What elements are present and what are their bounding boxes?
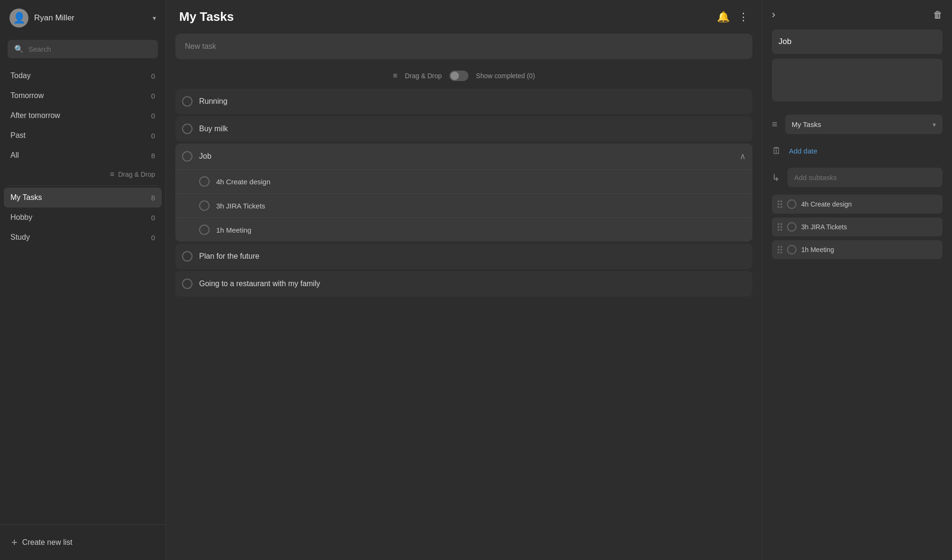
nav-item-label: After tomorrow <box>10 111 60 120</box>
list-detail-row: ≡ My Tasks ▾ <box>762 109 952 140</box>
task-title-field[interactable] <box>772 29 943 54</box>
nav-item-label: All <box>10 151 19 160</box>
sidebar-item-my-tasks[interactable]: My Tasks 8 <box>4 188 162 208</box>
sidebar-item-hobby[interactable]: Hobby 0 <box>4 208 162 227</box>
subtask-item-meeting[interactable]: 1h Meeting <box>175 217 752 242</box>
subtask-circle[interactable] <box>787 245 796 254</box>
subtask-label: 4h Create design <box>216 178 270 186</box>
drag-handle[interactable] <box>778 200 782 208</box>
list-item-label: Study <box>10 233 30 242</box>
nav-list: Today 0 Tomorrow 0 After tomorrow 0 Past… <box>0 66 165 165</box>
show-completed-toggle[interactable] <box>449 71 468 81</box>
task-group-job: Job ∧ 4h Create design 3h JIRA Tickets 1… <box>175 144 752 242</box>
bell-icon[interactable]: 🔔 <box>717 11 730 23</box>
task-item-plan-future[interactable]: Plan for the future <box>175 244 752 269</box>
subtask-label: 3h JIRA Tickets <box>216 202 265 210</box>
drag-handle[interactable] <box>778 223 782 231</box>
subtask-circle[interactable] <box>199 225 210 235</box>
user-info[interactable]: 👤 Ryan Miller <box>9 9 74 27</box>
header-icons: 🔔 ⋮ <box>717 11 749 23</box>
calendar-icon: 🗓 <box>772 145 781 156</box>
task-label: Going to a restaurant with my family <box>199 280 320 288</box>
toggle-knob <box>450 72 459 80</box>
task-item-running[interactable]: Running <box>175 89 752 114</box>
subtasks-detail-row: ↳ <box>762 162 952 193</box>
subtask-item-jira[interactable]: 3h JIRA Tickets <box>175 193 752 217</box>
task-circle[interactable] <box>182 96 192 107</box>
subtask-row-jira: 3h JIRA Tickets <box>772 217 943 236</box>
nav-badge-after-tomorrow: 0 <box>151 112 155 120</box>
sidebar-item-after-tomorrow[interactable]: After tomorrow 0 <box>4 106 162 126</box>
subtask-row-create-design: 4h Create design <box>772 195 943 214</box>
sidebar-item-all[interactable]: All 8 <box>4 145 162 165</box>
task-circle[interactable] <box>182 251 192 262</box>
list-item-label: Hobby <box>10 213 32 222</box>
subtask-row-meeting: 1h Meeting <box>772 240 943 259</box>
drag-handle[interactable] <box>778 246 782 253</box>
chevron-right-icon[interactable]: › <box>772 9 775 21</box>
list-selector[interactable]: My Tasks ▾ <box>785 115 943 134</box>
username: Ryan Miller <box>34 13 74 23</box>
task-notes-field[interactable] <box>772 59 943 101</box>
nav-badge-tomorrow: 0 <box>151 92 155 100</box>
right-panel-header: › 🗑 <box>762 0 952 29</box>
task-item-restaurant[interactable]: Going to a restaurant with my family <box>175 271 752 297</box>
more-icon[interactable]: ⋮ <box>738 11 749 23</box>
subtask-text: 3h JIRA Tickets <box>801 223 847 231</box>
task-circle[interactable] <box>182 279 192 289</box>
subtask-circle[interactable] <box>787 199 796 209</box>
create-list-button[interactable]: + Create new list <box>9 533 156 552</box>
date-detail-row: 🗓 Add date <box>762 140 952 162</box>
dropdown-icon: ▾ <box>933 121 936 128</box>
search-bar[interactable]: 🔍 <box>8 40 158 58</box>
task-label: Buy milk <box>199 125 228 133</box>
task-item-buy-milk[interactable]: Buy milk <box>175 116 752 142</box>
sidebar-footer: + Create new list <box>0 524 165 560</box>
sidebar-item-past[interactable]: Past 0 <box>4 126 162 145</box>
trash-icon[interactable]: 🗑 <box>933 9 943 20</box>
list-badge-hobby: 0 <box>151 214 155 222</box>
drag-drop-label: Drag & Drop <box>118 171 155 178</box>
sidebar-header: 👤 Ryan Miller ▾ <box>0 0 165 36</box>
add-date-button[interactable]: Add date <box>789 147 817 155</box>
task-list: Running Buy milk Job ∧ 4h Create design … <box>166 89 762 297</box>
drag-drop-icon: ≡ <box>393 72 397 80</box>
sidebar-divider <box>8 185 158 186</box>
subtask-icon: ↳ <box>772 172 780 183</box>
subtask-circle[interactable] <box>787 222 796 232</box>
nav-item-label: Tomorrow <box>10 91 44 100</box>
list-item-label: My Tasks <box>10 193 42 202</box>
list-badge-study: 0 <box>151 234 155 242</box>
task-group-header-job[interactable]: Job ∧ <box>175 144 752 169</box>
drag-drop-label: Drag & Drop <box>405 72 442 80</box>
drag-icon: ≡ <box>110 170 114 179</box>
main-header: My Tasks 🔔 ⋮ <box>166 0 762 34</box>
chevron-down-icon[interactable]: ▾ <box>153 14 156 22</box>
list-icon: ≡ <box>772 119 778 130</box>
collapse-icon[interactable]: ∧ <box>740 151 746 162</box>
new-task-bar[interactable]: New task <box>175 34 752 59</box>
sidebar-item-tomorrow[interactable]: Tomorrow 0 <box>4 86 162 106</box>
controls-row: ≡ Drag & Drop Show completed (0) <box>166 67 762 89</box>
sidebar-item-study[interactable]: Study 0 <box>4 227 162 247</box>
search-input[interactable] <box>28 45 151 53</box>
new-task-placeholder: New task <box>185 42 216 50</box>
add-subtask-input[interactable] <box>787 168 943 187</box>
sidebar-item-today[interactable]: Today 0 <box>4 66 162 86</box>
task-circle[interactable] <box>182 151 192 162</box>
nav-badge-today: 0 <box>151 72 155 80</box>
show-completed-label: Show completed (0) <box>476 72 535 80</box>
main-panel: My Tasks 🔔 ⋮ New task ≡ Drag & Drop Show… <box>166 0 762 560</box>
subtask-circle[interactable] <box>199 176 210 187</box>
subtask-circle[interactable] <box>199 200 210 211</box>
nav-badge-all: 8 <box>151 152 155 160</box>
task-circle[interactable] <box>182 124 192 134</box>
task-label: Running <box>199 97 228 106</box>
drag-drop-row: ≡ Drag & Drop <box>0 165 165 183</box>
subtask-item-create-design[interactable]: 4h Create design <box>175 169 752 193</box>
nav-item-label: Past <box>10 131 26 140</box>
nav-item-label: Today <box>10 72 31 80</box>
list-badge-my-tasks: 8 <box>151 194 155 202</box>
right-panel: › 🗑 ≡ My Tasks ▾ 🗓 Add date ↳ 4h Create … <box>762 0 952 560</box>
list-select-label: My Tasks <box>792 120 821 128</box>
